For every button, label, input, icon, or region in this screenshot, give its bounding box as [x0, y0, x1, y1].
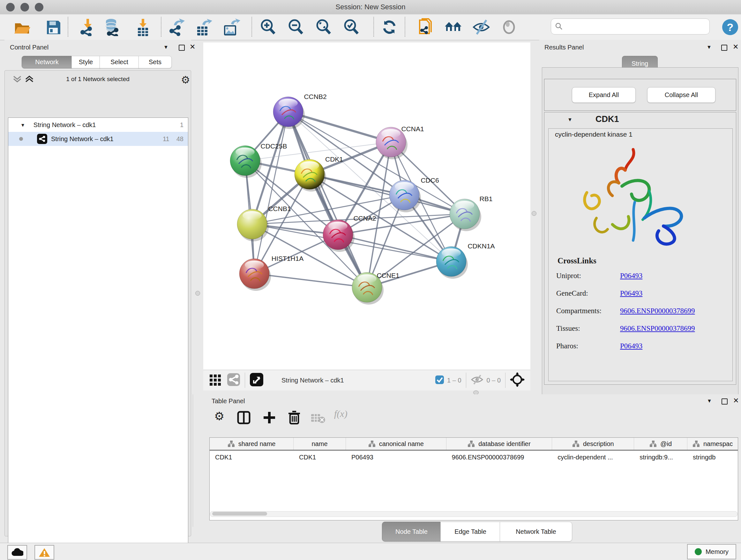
- gene-description: cyclin-dependent kinase 1: [555, 131, 632, 138]
- column-header[interactable]: @id: [634, 438, 687, 450]
- import-network-from-database-icon[interactable]: [103, 18, 121, 36]
- save-session-icon[interactable]: [44, 18, 62, 36]
- column-header[interactable]: canonical name: [346, 438, 447, 450]
- warning-icon: [39, 548, 50, 557]
- help-button[interactable]: ?: [722, 19, 738, 37]
- crosslink-value-link[interactable]: 9606.ENSP00000378699: [620, 307, 695, 315]
- column-header[interactable]: shared name: [210, 438, 293, 450]
- table-panel: Table Panel ▼ ✕ ⚙ f(x) shared name name …: [193, 394, 741, 527]
- node-table[interactable]: shared name name canonical name database…: [209, 437, 738, 520]
- import-network-from-file-icon[interactable]: [79, 18, 97, 36]
- network-label: String Network – cdk1: [51, 135, 114, 143]
- tab-node-table[interactable]: Node Table: [382, 522, 441, 542]
- search-input[interactable]: [551, 18, 710, 35]
- column-header[interactable]: description: [552, 438, 634, 450]
- left-splitter-handle[interactable]: [195, 291, 200, 296]
- render-detail-icon[interactable]: [500, 18, 518, 36]
- string-network-graph[interactable]: CCNB2CCNA1CDC25BCDK1CDC6RB1CCNB1CCNA2CDK…: [203, 43, 530, 370]
- warnings-button[interactable]: [35, 545, 54, 560]
- control-panel-close-icon[interactable]: ✕: [190, 45, 195, 49]
- export-network-icon[interactable]: [168, 18, 186, 36]
- refresh-icon[interactable]: [381, 18, 398, 36]
- crosslink-row: GeneCard: P06493: [556, 289, 729, 298]
- birdseye-grid-icon[interactable]: [209, 373, 222, 387]
- network-edge-count: 48: [177, 135, 184, 143]
- cdk1-detail-box: cyclin-dependent kinase 1: [548, 128, 733, 381]
- add-column-icon[interactable]: [237, 411, 251, 426]
- selected-checkbox-icon[interactable]: [435, 375, 444, 385]
- crosslink-value-link[interactable]: 9606.ENSP00000378699: [620, 324, 695, 333]
- import-table-icon[interactable]: [134, 18, 152, 36]
- table-row[interactable]: CDK1 CDK1 P06493 9606.ENSP00000378699 cy…: [210, 450, 738, 464]
- tab-style[interactable]: Style: [71, 56, 100, 68]
- memory-button[interactable]: Memory: [687, 544, 736, 559]
- hidden-eye-slash-icon[interactable]: [471, 374, 483, 386]
- open-session-icon[interactable]: [13, 18, 31, 36]
- table-settings-gear-icon[interactable]: ⚙: [214, 410, 224, 423]
- export-table-icon[interactable]: [195, 18, 212, 36]
- crosslink-value-link[interactable]: P06493: [620, 342, 643, 350]
- tab-edge-table[interactable]: Edge Table: [441, 522, 500, 542]
- network-row[interactable]: String Network – cdk1 11 48: [8, 132, 188, 146]
- delete-table-icon-disabled: [311, 413, 326, 425]
- results-panel-collapse-icon[interactable]: ▼: [706, 44, 712, 50]
- delete-column-trash-icon[interactable]: [287, 410, 301, 426]
- open-in-window-icon[interactable]: [250, 373, 264, 388]
- network-selection-summary: 1 of 1 Network selected: [5, 76, 191, 83]
- string-home-icon[interactable]: [444, 18, 462, 36]
- cdk1-collapse-caret-icon[interactable]: ▼: [567, 117, 572, 123]
- crosslink-value-link[interactable]: P06493: [620, 289, 643, 298]
- control-panel-collapse-icon[interactable]: ▼: [163, 44, 169, 50]
- table-panel-float-icon[interactable]: [722, 398, 728, 405]
- tab-sets[interactable]: Sets: [138, 56, 172, 68]
- crosslink-label: Pharos:: [556, 342, 578, 350]
- selected-node-edge-counts: 1 – 0: [447, 377, 461, 384]
- share-document-icon[interactable]: [417, 18, 435, 36]
- results-panel-close-icon[interactable]: ✕: [733, 45, 738, 49]
- collection-caret-icon[interactable]: ▼: [20, 122, 25, 128]
- zoom-out-icon[interactable]: [287, 18, 305, 36]
- table-horizontal-scrollbar[interactable]: [210, 511, 738, 517]
- zoom-in-icon[interactable]: [259, 18, 277, 36]
- crosslink-label: Uniprot:: [556, 272, 581, 280]
- network-collection-row[interactable]: ▼ String Network – cdk1 1: [8, 118, 188, 132]
- scrollbar-thumb[interactable]: [212, 512, 267, 516]
- zoom-selected-icon[interactable]: [342, 18, 360, 36]
- svg-text:?: ?: [727, 21, 734, 33]
- toolbar-separator: [68, 17, 68, 37]
- node-label: CCNB1: [268, 205, 291, 212]
- collapse-all-button[interactable]: Collapse All: [647, 87, 716, 103]
- hide-unhide-icon[interactable]: [472, 18, 490, 36]
- crosslink-row: Compartments: 9606.ENSP00000378699: [556, 307, 729, 315]
- collection-label: String Network – cdk1: [33, 121, 96, 129]
- node-label: CCNE1: [377, 272, 399, 279]
- toolbar-separator: [405, 17, 405, 37]
- zoom-fit-icon[interactable]: [315, 18, 333, 36]
- network-options-gear-icon[interactable]: ⚙: [181, 74, 190, 86]
- column-header[interactable]: database identifier: [447, 438, 552, 450]
- table-panel-close-icon[interactable]: ✕: [733, 398, 739, 403]
- export-image-icon[interactable]: [223, 18, 241, 36]
- tab-select[interactable]: Select: [99, 56, 139, 68]
- tab-network-table[interactable]: Network Table: [500, 522, 572, 542]
- search-icon: [555, 22, 563, 30]
- create-column-plus-icon[interactable]: [263, 411, 276, 426]
- column-header[interactable]: namespac: [687, 438, 738, 450]
- network-view-toolbar: String Network – cdk1 1 – 0 0 – 0: [203, 370, 530, 390]
- tab-network[interactable]: Network: [22, 56, 72, 68]
- network-canvas[interactable]: CCNB2CCNA1CDC25BCDK1CDC6RB1CCNB1CCNA2CDK…: [203, 43, 530, 370]
- column-header[interactable]: name: [293, 438, 346, 450]
- right-splitter-handle[interactable]: [532, 211, 536, 216]
- table-panel-collapse-icon[interactable]: ▼: [707, 398, 712, 404]
- results-panel-float-icon[interactable]: [721, 45, 727, 51]
- network-type-icon: [37, 134, 47, 144]
- network-share-icon-disabled[interactable]: [227, 373, 240, 388]
- table-header-row: shared name name canonical name database…: [210, 438, 738, 450]
- crosslink-value-link[interactable]: P06493: [620, 272, 643, 280]
- node-label: CDC25B: [261, 142, 287, 150]
- fit-selected-crosshair-icon[interactable]: [510, 372, 525, 388]
- function-builder-icon-disabled: f(x): [334, 408, 347, 419]
- control-panel-float-icon[interactable]: [179, 45, 185, 51]
- cloud-button[interactable]: [7, 545, 27, 560]
- expand-all-button[interactable]: Expand All: [572, 87, 636, 103]
